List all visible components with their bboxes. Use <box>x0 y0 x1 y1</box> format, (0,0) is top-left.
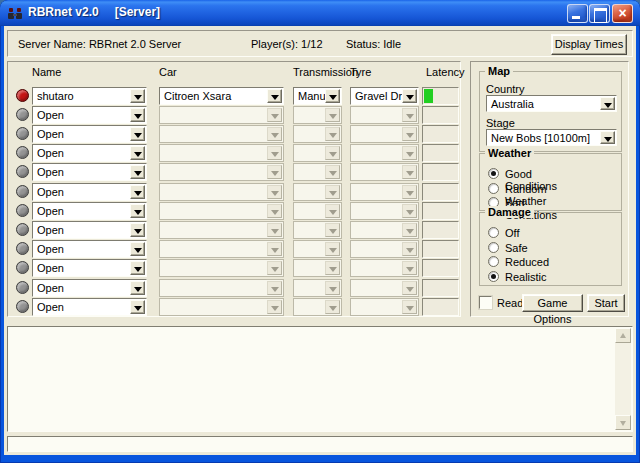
player-row: Open <box>8 163 460 181</box>
chat-log-text <box>11 329 612 429</box>
transmission-select <box>293 202 342 220</box>
player-name-select[interactable]: Open <box>32 259 147 277</box>
transmission-select <box>293 221 342 239</box>
latency-meter <box>422 298 459 316</box>
transmission-select <box>293 106 342 124</box>
player-row: Open <box>8 183 460 201</box>
dropdown-icon[interactable] <box>402 89 417 103</box>
player-name-select[interactable]: Open <box>32 106 147 124</box>
dropdown-icon[interactable] <box>130 261 145 275</box>
slot-status-icon <box>16 146 29 159</box>
title-bar[interactable]: RBRnet v2.0[Server] × <box>0 0 640 26</box>
car-select <box>159 106 284 124</box>
start-button[interactable]: Start <box>587 294 625 312</box>
player-name-select-value: Open <box>37 301 128 313</box>
player-name-select[interactable]: Open <box>32 144 147 162</box>
dropdown-icon <box>402 146 417 160</box>
dropdown-icon[interactable] <box>130 108 145 122</box>
player-name-select-value: Open <box>37 109 128 121</box>
latency-meter <box>422 240 459 258</box>
dropdown-icon[interactable] <box>130 204 145 218</box>
dropdown-icon[interactable] <box>130 127 145 141</box>
player-row: Open <box>8 279 460 297</box>
country-select[interactable]: Australia <box>486 95 617 112</box>
dropdown-icon <box>325 185 340 199</box>
player-name-select[interactable]: Open <box>32 202 147 220</box>
dropdown-icon[interactable] <box>130 165 145 179</box>
radio-icon[interactable] <box>488 227 499 238</box>
game-options-button[interactable]: Game Options <box>522 294 583 312</box>
slot-status-icon <box>16 165 29 178</box>
dropdown-icon <box>325 165 340 179</box>
tyre-select <box>350 202 419 220</box>
tyre-select <box>350 279 419 297</box>
player-name-select[interactable]: Open <box>32 240 147 258</box>
transmission-select <box>293 144 342 162</box>
slot-status-icon <box>16 242 29 255</box>
app-icon <box>7 5 23 21</box>
dropdown-icon[interactable] <box>325 89 340 103</box>
latency-meter <box>422 202 459 220</box>
player-name-select-value: shutaro <box>37 90 128 102</box>
transmission-select <box>293 298 342 316</box>
slot-status-icon <box>16 89 29 102</box>
dropdown-icon <box>402 261 417 275</box>
scroll-down-icon[interactable] <box>615 415 631 430</box>
chat-input[interactable] <box>7 436 633 452</box>
minimize-button[interactable] <box>567 4 588 23</box>
maximize-button[interactable] <box>589 4 610 23</box>
radio-icon[interactable] <box>488 242 499 253</box>
display-times-button[interactable]: Display Times <box>551 34 627 55</box>
car-select[interactable]: Citroen Xsara <box>159 87 284 105</box>
radio-icon[interactable] <box>488 256 499 267</box>
stage-select[interactable]: New Bobs [10100m] <box>486 129 617 146</box>
radio-icon[interactable] <box>488 271 499 282</box>
scroll-up-icon[interactable] <box>615 328 631 343</box>
dropdown-icon[interactable] <box>130 185 145 199</box>
transmission-select[interactable]: Manual <box>293 87 342 105</box>
latency-meter <box>422 106 459 124</box>
car-select <box>159 144 284 162</box>
car-select <box>159 259 284 277</box>
car-select <box>159 279 284 297</box>
player-name-select[interactable]: Open <box>32 221 147 239</box>
radio-label: Off <box>505 227 519 239</box>
player-row: Open <box>8 240 460 258</box>
player-row: Open <box>8 144 460 162</box>
player-name-select[interactable]: Open <box>32 163 147 181</box>
player-name-select[interactable]: Open <box>32 125 147 143</box>
player-row: shutaroCitroen XsaraManualGravel Dry <box>8 87 460 105</box>
player-row: Open <box>8 221 460 239</box>
column-header-latency: Latency <box>426 66 465 78</box>
close-button[interactable]: × <box>612 4 633 23</box>
dropdown-icon[interactable] <box>130 146 145 160</box>
slot-status-icon <box>16 127 29 140</box>
ready-checkbox[interactable] <box>479 296 492 309</box>
dropdown-icon[interactable] <box>130 242 145 256</box>
dropdown-icon[interactable] <box>600 131 615 144</box>
player-name-select[interactable]: Open <box>32 183 147 201</box>
dropdown-icon[interactable] <box>130 281 145 295</box>
dropdown-icon <box>267 242 282 256</box>
player-name-select[interactable]: shutaro <box>32 87 147 105</box>
dropdown-icon[interactable] <box>267 89 282 103</box>
radio-icon[interactable] <box>488 183 499 194</box>
dropdown-icon <box>267 223 282 237</box>
slot-status-icon <box>16 300 29 313</box>
country-label: Country <box>486 83 525 95</box>
dropdown-icon <box>325 261 340 275</box>
chat-scrollbar[interactable] <box>615 328 631 430</box>
player-name-select[interactable]: Open <box>32 298 147 316</box>
tyre-select[interactable]: Gravel Dry <box>350 87 419 105</box>
status-label: Status: Idle <box>346 38 401 50</box>
stage-label: Stage <box>486 117 515 129</box>
player-name-select[interactable]: Open <box>32 279 147 297</box>
slot-status-icon <box>16 223 29 236</box>
radio-icon[interactable] <box>488 168 499 179</box>
dropdown-icon[interactable] <box>600 97 615 110</box>
dropdown-icon[interactable] <box>130 300 145 314</box>
dropdown-icon[interactable] <box>130 223 145 237</box>
dropdown-icon[interactable] <box>130 89 145 103</box>
dropdown-icon <box>402 108 417 122</box>
dropdown-icon <box>267 146 282 160</box>
